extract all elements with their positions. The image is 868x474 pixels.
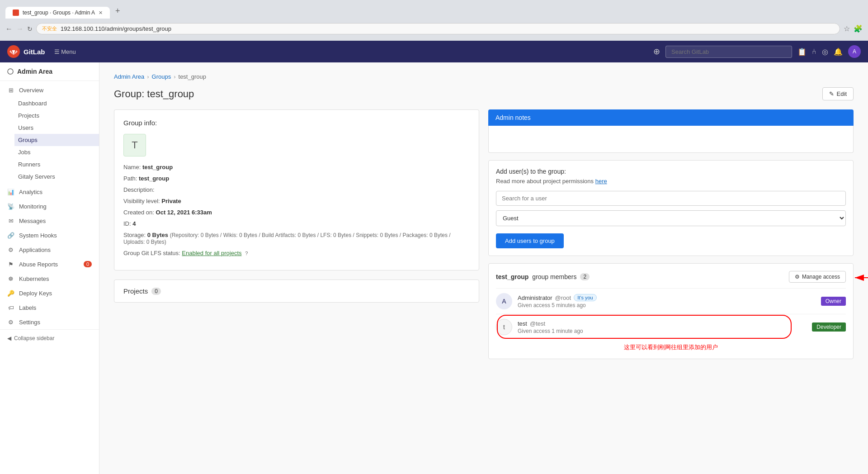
edit-button[interactable]: ✎ Edit — [822, 87, 854, 100]
members-suffix: group members — [532, 273, 576, 280]
analytics-label: Analytics — [19, 189, 42, 195]
admin-notes-container: Admin notes — [488, 109, 854, 153]
sidebar-item-deploy-keys[interactable]: 🔑 Deploy Keys — [0, 286, 99, 300]
sidebar-item-runners[interactable]: Runners — [14, 158, 99, 171]
lfs-link[interactable]: Enabled for all projects — [182, 250, 241, 256]
sidebar-item-monitoring[interactable]: 📡 Monitoring — [0, 199, 99, 213]
breadcrumb-sep1: › — [147, 73, 149, 80]
abuse-icon: ⚑ — [7, 261, 14, 268]
collapse-label: Collapse sidebar — [14, 335, 54, 341]
gitlab-text: GitLab — [24, 48, 45, 56]
page-header: Group: test_group ✎ Edit — [114, 87, 854, 100]
sidebar-item-users[interactable]: Users — [14, 122, 99, 134]
sidebar-item-messages[interactable]: ✉ Messages — [0, 213, 99, 228]
abuse-badge: 0 — [84, 261, 92, 267]
notifications-icon[interactable]: 🔔 — [834, 47, 843, 56]
bookmark-icon[interactable]: ☆ — [844, 24, 850, 33]
group-info-title: Group info: — [123, 119, 470, 127]
info-path: Path: test_group — [123, 175, 470, 182]
issues-icon[interactable]: ◎ — [822, 47, 828, 56]
user-avatar[interactable]: A — [848, 45, 861, 58]
lfs-help-icon[interactable]: ? — [245, 251, 248, 256]
settings-label: Settings — [19, 319, 40, 326]
new-tab-button[interactable]: + — [111, 4, 125, 19]
users-label: Users — [18, 124, 33, 131]
projects-label: Projects — [18, 112, 39, 119]
nav-icons: 📋 ⑃ ◎ 🔔 A — [797, 45, 861, 58]
sidebar-item-analytics[interactable]: 📊 Analytics — [0, 185, 99, 199]
sidebar-item-kubernetes[interactable]: ☸ Kubernetes — [0, 271, 99, 286]
sidebar-item-projects[interactable]: Projects — [14, 109, 99, 122]
manage-access-button[interactable]: ⚙ Manage access — [789, 271, 846, 283]
info-visibility: Visibility level: Private — [123, 198, 470, 204]
breadcrumb-sep2: › — [174, 73, 175, 80]
sidebar-item-labels[interactable]: 🏷 Labels — [0, 300, 99, 315]
menu-button[interactable]: ☰ Menu — [51, 47, 80, 57]
sidebar-item-applications[interactable]: ⚙ Applications — [0, 242, 99, 257]
main-content: Admin Area › Groups › test_group Group: … — [99, 62, 868, 474]
security-warning: 不安全 — [42, 25, 57, 32]
right-column: Admin notes Add user(s) to the group: Re… — [488, 109, 854, 359]
extensions-icon[interactable]: 🧩 — [854, 24, 863, 33]
forward-button[interactable]: → — [16, 25, 24, 33]
admin-area-label: Admin Area — [17, 68, 52, 75]
storage-detail: (Repository: 0 Bytes / Wikis: 0 Bytes / … — [123, 232, 451, 245]
address-text: 192.168.100.110/admin/groups/test_group — [61, 25, 171, 32]
info-created: Created on: Oct 12, 2021 6:33am — [123, 209, 470, 216]
collapse-sidebar-button[interactable]: ◀ Collapse sidebar — [0, 329, 99, 347]
sidebar-item-dashboard[interactable]: Dashboard — [14, 97, 99, 109]
gitaly-label: Gitaly Servers — [18, 173, 55, 180]
breadcrumb-admin-area[interactable]: Admin Area — [114, 73, 144, 80]
overview-icon: ⊞ — [7, 86, 14, 94]
sidebar-item-system-hooks[interactable]: 🔗 System Hooks — [0, 228, 99, 242]
member-row-test-container: t test @test Given access 1 minute ago D… — [496, 314, 846, 340]
permissions-text: Read more about project permissions here — [496, 178, 846, 185]
permissions-link[interactable]: here — [595, 178, 607, 185]
info-description: Description: — [123, 186, 470, 193]
deploy-keys-label: Deploy Keys — [19, 290, 52, 297]
path-value: test_group — [139, 175, 169, 182]
todo-icon[interactable]: 📋 — [797, 47, 807, 56]
browser-tab[interactable]: test_group · Groups · Admin A ✕ — [5, 7, 110, 19]
members-title: test_group group members 2 — [496, 273, 590, 280]
add-users-title: Add user(s) to the group: — [496, 168, 846, 175]
monitoring-icon: 📡 — [7, 203, 14, 210]
groups-label: Groups — [18, 137, 38, 143]
user-search-input[interactable] — [496, 191, 846, 206]
address-bar[interactable]: 不安全 192.168.100.110/admin/groups/test_gr… — [36, 23, 840, 34]
sidebar-item-settings[interactable]: ⚙ Settings — [0, 315, 99, 329]
breadcrumb-current: test_group — [179, 73, 206, 80]
admin-notes-body[interactable] — [488, 126, 854, 153]
sidebar-item-gitaly[interactable]: Gitaly Servers — [14, 171, 99, 183]
sidebar-item-jobs[interactable]: Jobs — [14, 146, 99, 158]
member-info-admin: Administrator @root It's you Given acces… — [518, 294, 821, 308]
member-row-admin: A Administrator @root It's you Given acc… — [496, 288, 846, 314]
avatar-letter: T — [132, 139, 137, 151]
members-section: test_group group members 2 ⚙ Manage acce… — [488, 263, 854, 359]
back-button[interactable]: ← — [5, 25, 13, 33]
reload-button[interactable]: ↻ — [27, 25, 33, 33]
admin-notes-header: Admin notes — [488, 109, 854, 126]
sidebar-item-overview[interactable]: ⊞ Overview — [0, 83, 99, 97]
id-value: 4 — [132, 220, 136, 227]
tab-close[interactable]: ✕ — [99, 10, 103, 16]
overview-label: Overview — [19, 87, 43, 94]
members-group-name: test_group — [496, 273, 528, 280]
plus-icon[interactable]: ⊕ — [653, 47, 660, 57]
key-icon: 🔑 — [7, 289, 14, 297]
merge-requests-icon[interactable]: ⑃ — [812, 47, 816, 56]
role-select[interactable]: Guest Reporter Developer Maintainer Owne… — [496, 210, 846, 226]
member-access-test: Given access 1 minute ago — [518, 328, 812, 334]
sidebar-admin-header: Admin Area — [0, 62, 99, 81]
sidebar-item-abuse-reports[interactable]: ⚑ Abuse Reports 0 — [0, 257, 99, 271]
member-row-test: t test @test Given access 1 minute ago D… — [496, 314, 846, 340]
runners-label: Runners — [18, 161, 40, 168]
member-name-admin: Administrator @root It's you — [518, 294, 821, 301]
projects-section: Projects 0 — [114, 280, 479, 303]
global-search-input[interactable] — [665, 46, 792, 58]
add-users-section: Add user(s) to the group: Read more abou… — [488, 160, 854, 256]
add-users-button[interactable]: Add users to group — [496, 233, 564, 248]
sidebar: Admin Area ⊞ Overview Dashboard Projects… — [0, 62, 99, 474]
sidebar-item-groups[interactable]: Groups — [14, 134, 99, 146]
breadcrumb-groups[interactable]: Groups — [152, 73, 171, 80]
